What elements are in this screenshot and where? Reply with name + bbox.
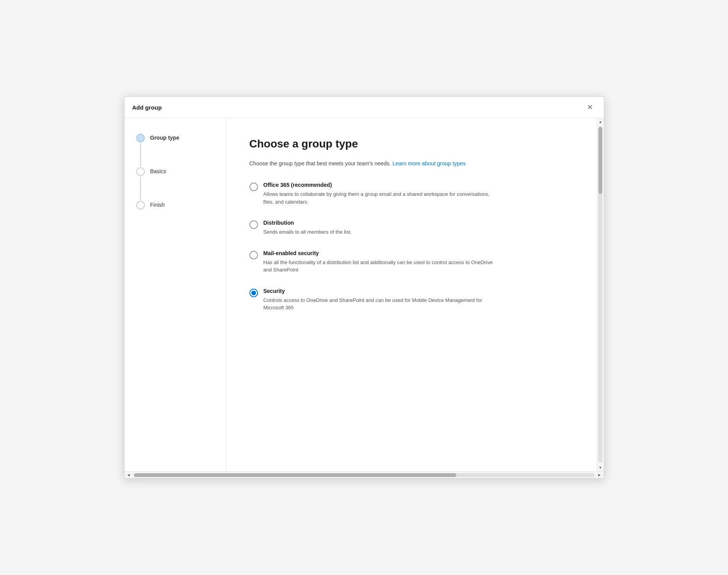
scroll-up-arrow[interactable]: ▲: [597, 118, 604, 125]
step-1-line: [140, 143, 141, 167]
step-group-type[interactable]: Group type: [136, 134, 214, 167]
step-1-circle: [136, 134, 145, 142]
dialog-body: Group type Basics Finish Choose a group …: [125, 118, 604, 471]
vertical-scrollbar: ▲ ▼: [597, 118, 604, 471]
footer-inner: ◄ ►: [125, 472, 604, 479]
step-3-circle: [136, 201, 145, 209]
step-2-label: Basics: [150, 167, 166, 174]
option-distribution-content: Distribution Sends emails to all members…: [263, 220, 352, 236]
option-mail-security-title: Mail-enabled security: [263, 250, 498, 256]
radio-distribution[interactable]: [249, 220, 258, 229]
step-1-label: Group type: [150, 134, 180, 141]
option-mail-security-content: Mail-enabled security Has all the functi…: [263, 250, 498, 274]
scroll-left-arrow[interactable]: ◄: [125, 472, 132, 479]
learn-more-link[interactable]: Learn more about group types: [392, 160, 466, 167]
step-2-circle: [136, 167, 145, 176]
content-panel: Choose a group type Choose the group typ…: [226, 118, 597, 471]
vscroll-track: [598, 127, 602, 463]
radio-security[interactable]: [249, 289, 258, 297]
option-security-content: Security Controls access to OneDrive and…: [263, 288, 498, 312]
option-security: Security Controls access to OneDrive and…: [249, 288, 573, 312]
step-basics[interactable]: Basics: [136, 167, 214, 201]
option-security-desc: Controls access to OneDrive and SharePoi…: [263, 296, 498, 312]
vscroll-thumb: [598, 127, 602, 194]
radio-office365[interactable]: [249, 183, 258, 191]
scroll-down-arrow[interactable]: ▼: [597, 464, 604, 471]
add-group-dialog: Add group ✕ Group type Basics: [124, 96, 604, 479]
hscroll-thumb: [134, 473, 456, 477]
option-mail-security-desc: Has all the functionality of a distribut…: [263, 259, 498, 274]
steps-panel: Group type Basics Finish: [125, 118, 226, 471]
option-office365-desc: Allows teams to collaborate by giving th…: [263, 190, 498, 206]
option-office365-content: Office 365 (recommended) Allows teams to…: [263, 182, 498, 206]
option-office365-title: Office 365 (recommended): [263, 182, 498, 188]
step-3-connector: [136, 201, 145, 209]
radio-mail-security[interactable]: [249, 251, 258, 259]
description-text: Choose the group type that best meets yo…: [249, 160, 573, 168]
description-before-link: Choose the group type that best meets yo…: [249, 160, 391, 167]
step-2-line: [140, 177, 141, 200]
option-office365: Office 365 (recommended) Allows teams to…: [249, 182, 573, 206]
option-distribution-desc: Sends emails to all members of the list.: [263, 228, 352, 236]
page-heading: Choose a group type: [249, 138, 573, 150]
option-mail-security: Mail-enabled security Has all the functi…: [249, 250, 573, 274]
close-button[interactable]: ✕: [584, 102, 596, 112]
dialog-header: Add group ✕: [125, 97, 604, 118]
step-2-connector: [136, 167, 145, 201]
step-3-label: Finish: [150, 201, 165, 208]
option-distribution-title: Distribution: [263, 220, 352, 226]
dialog-title: Add group: [132, 104, 162, 111]
step-1-connector: [136, 134, 145, 167]
option-distribution: Distribution Sends emails to all members…: [249, 220, 573, 236]
option-security-title: Security: [263, 288, 498, 294]
scroll-right-arrow[interactable]: ►: [596, 472, 603, 479]
horizontal-scrollbar: ◄ ►: [125, 471, 604, 478]
step-finish[interactable]: Finish: [136, 201, 214, 209]
